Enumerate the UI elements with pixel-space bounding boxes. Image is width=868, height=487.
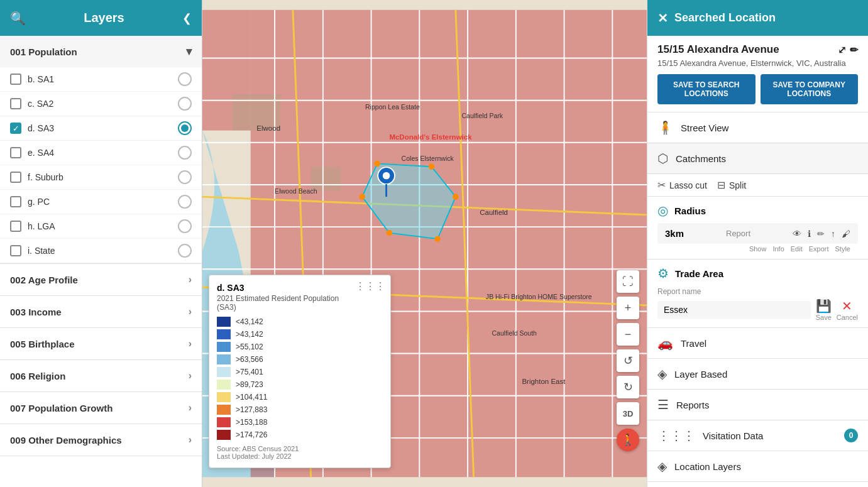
radio-c-sa2[interactable]	[178, 97, 192, 111]
checkbox-b-sa1[interactable]	[10, 74, 21, 85]
checkbox-e-sa4[interactable]	[10, 147, 21, 158]
radius-label: Radius	[674, 205, 706, 216]
group-birthplace[interactable]: 005 Birthplace›	[0, 328, 202, 360]
radius-icon: ◎	[657, 203, 668, 218]
sidebar-title: Layers	[26, 11, 182, 25]
radio-e-sa4[interactable]	[178, 146, 192, 160]
svg-text:McDonald's Elsternwick: McDonald's Elsternwick	[389, 133, 472, 141]
expand-icon[interactable]: ⤢	[838, 44, 846, 56]
save-report-name-label: Save	[816, 314, 832, 321]
save-company-locations-button[interactable]: SAVE TO COMPANY LOCATIONS	[761, 74, 859, 104]
legend-color-swatch	[217, 329, 231, 339]
location-layers-row[interactable]: ◈ Location Layers	[647, 451, 868, 482]
radio-d-sa3[interactable]	[178, 121, 192, 135]
svg-text:Caulfield: Caulfield	[480, 209, 508, 216]
group-income[interactable]: 003 Income›	[0, 296, 202, 328]
edit-radius-icon[interactable]: ✏	[817, 229, 825, 239]
trade-area-label: Trade Area	[675, 268, 723, 279]
radio-h-lga[interactable]	[178, 219, 192, 233]
save-search-locations-button[interactable]: SAVE TO SEARCH LOCATIONS	[657, 74, 755, 104]
radio-g-pc[interactable]	[178, 195, 192, 209]
group-label-pop-growth: 007 Population Growth	[10, 403, 113, 413]
legend-color-swatch	[217, 430, 231, 440]
radio-b-sa1[interactable]	[178, 72, 192, 86]
collapse-icon[interactable]: ❮	[182, 11, 192, 25]
group-label-income: 003 Income	[10, 307, 62, 317]
legend-row-label: >43,142	[236, 330, 263, 339]
legend-row-label: >153,188	[236, 418, 267, 427]
map-controls: ⛶ + − ↺ ↻ 3D 🚶	[617, 270, 639, 451]
checkbox-f-suburb[interactable]	[10, 172, 21, 183]
cancel-report-name-label: Cancel	[837, 314, 858, 321]
legend-row: >153,188	[217, 417, 383, 427]
travel-row[interactable]: 🚗 Travel	[647, 328, 868, 359]
svg-text:Coles Elsternwick: Coles Elsternwick	[402, 155, 454, 162]
edit-icon[interactable]: ✏	[850, 44, 858, 56]
save-report-name-button[interactable]: 💾	[816, 298, 832, 314]
export-icon[interactable]: ↑	[831, 229, 835, 239]
street-view-icon: 🧍	[657, 120, 673, 135]
style-icon[interactable]: 🖌	[842, 229, 850, 239]
legend-row: >104,411	[217, 392, 383, 402]
visitation-row[interactable]: ⋮⋮⋮ Visitation Data 0	[647, 420, 868, 451]
split-item[interactable]: ⊟ Split	[717, 179, 746, 191]
legend-color-swatch	[217, 417, 231, 427]
legend-row: >127,883	[217, 405, 383, 415]
legend-color-swatch	[217, 342, 231, 352]
legend-color-swatch	[217, 392, 231, 402]
catchments-row[interactable]: ⬡ Catchments	[647, 143, 868, 174]
checkbox-i-state[interactable]	[10, 245, 21, 256]
svg-rect-2	[311, 167, 341, 190]
threed-button[interactable]: 3D	[617, 402, 639, 425]
radio-i-state[interactable]	[178, 244, 192, 258]
map-area[interactable]: Elwood Elwood Beach Caulfield Park Caulf…	[202, 0, 647, 487]
zoom-out-button[interactable]: −	[617, 323, 639, 346]
svg-text:Brighton East: Brighton East	[522, 378, 566, 385]
checkbox-d-sa3[interactable]	[10, 123, 21, 134]
search-icon[interactable]: 🔍	[10, 11, 26, 26]
person-button[interactable]: 🚶	[617, 429, 639, 451]
legend-row-label: >55,102	[236, 342, 263, 351]
info-icon[interactable]: ℹ	[808, 229, 811, 239]
report-name-input[interactable]: Essex	[657, 301, 811, 319]
rotate-button[interactable]: ↺	[617, 349, 639, 372]
reports-row[interactable]: ☰ Reports	[647, 390, 868, 420]
group-pop-growth[interactable]: 007 Population Growth›	[0, 392, 202, 424]
svg-rect-4	[202, 10, 251, 131]
location-name: 15/15 Alexandra Avenue ⤢ ✏	[657, 43, 858, 56]
legend-row: >174,726	[217, 430, 383, 440]
legend-row-label: >127,883	[236, 405, 267, 414]
legend-row: >89,723	[217, 380, 383, 390]
group-age-profile[interactable]: 002 Age Profile›	[0, 264, 202, 296]
layer-group-001-header[interactable]: 001 Population ▾	[0, 36, 202, 67]
lasso-cut-item[interactable]: ✂ Lasso cut	[657, 179, 707, 191]
layer-item-b-sa1: b. SA1	[0, 67, 202, 92]
legend-popup: d. SA3 2021 Estimated Resident Populatio…	[209, 275, 391, 468]
layer-label-f-suburb: f. Suburb	[28, 172, 63, 182]
checkbox-h-lga[interactable]	[10, 221, 21, 232]
show-icon[interactable]: 👁	[793, 229, 801, 239]
close-icon[interactable]: ✕	[657, 11, 668, 26]
legend-options-icon[interactable]: ⋮⋮⋮	[355, 280, 385, 292]
group-other-demo[interactable]: 009 Other Demographics›	[0, 424, 202, 456]
sidebar-header: 🔍 Layers ❮	[0, 0, 202, 36]
svg-line-23	[202, 197, 647, 215]
legend-row-label: >174,726	[236, 430, 267, 439]
layer-based-row[interactable]: ◈ Layer Based	[647, 359, 868, 390]
legend-row: >43,142	[217, 329, 383, 339]
checkbox-g-pc[interactable]	[10, 196, 21, 207]
radio-f-suburb[interactable]	[178, 170, 192, 184]
zoom-in-button[interactable]: +	[617, 297, 639, 319]
layer-item-c-sa2: c. SA2	[0, 92, 202, 116]
visitation-label: Visitation Data	[703, 430, 837, 441]
street-view-row[interactable]: 🧍 Street View	[647, 112, 868, 143]
group-religion[interactable]: 006 Religion›	[0, 360, 202, 392]
fullscreen-button[interactable]: ⛶	[617, 270, 639, 293]
report-name-label: Report name	[657, 287, 858, 296]
refresh-button[interactable]: ↻	[617, 376, 639, 398]
location-address: 15/15 Alexandra Avenue, Elsternwick, VIC…	[657, 58, 858, 68]
split-label: Split	[729, 180, 746, 190]
cancel-report-name-button[interactable]: ✕	[842, 298, 852, 314]
checkbox-c-sa2[interactable]	[10, 98, 21, 109]
chevron-right-icon-pop-growth: ›	[189, 402, 192, 413]
